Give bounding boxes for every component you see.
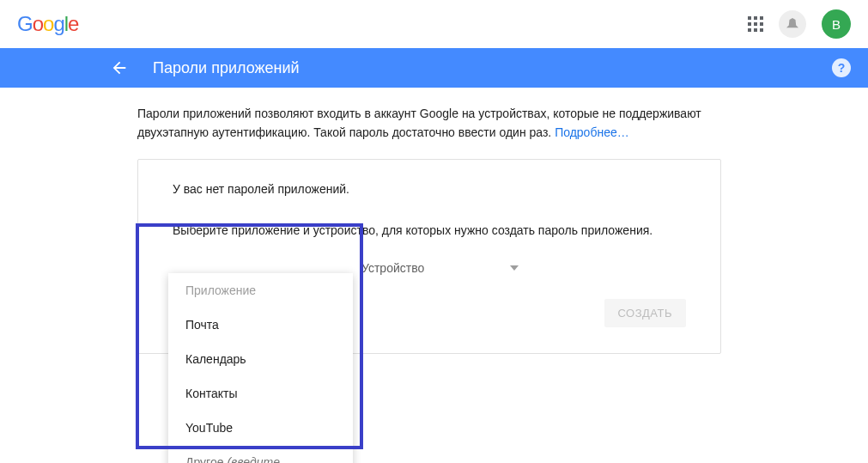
instruction-text: Выберите приложение и устройство, для ко… <box>173 223 686 237</box>
dropdown-option-mail[interactable]: Почта <box>168 308 353 342</box>
dropdown-other-prefix: Другое <box>185 455 227 463</box>
notifications-icon[interactable] <box>779 10 806 38</box>
apps-icon[interactable] <box>748 16 763 32</box>
dropdown-option-calendar[interactable]: Календарь <box>168 342 353 376</box>
page-title: Пароли приложений <box>153 59 300 77</box>
create-button[interactable]: СОЗДАТЬ <box>604 299 687 327</box>
content-area: Пароли приложений позволяют входить в ак… <box>0 88 868 354</box>
dropdown-option-youtube[interactable]: YouTube <box>168 411 353 445</box>
device-select-label: Устройство <box>361 261 424 275</box>
device-select[interactable]: Устройство <box>361 261 519 275</box>
bell-icon <box>786 18 798 30</box>
dropdown-header: Приложение <box>168 273 353 308</box>
chevron-down-icon <box>510 265 519 271</box>
description-text: Пароли приложений позволяют входить в ак… <box>137 105 721 142</box>
top-right-controls: В <box>748 9 851 39</box>
avatar[interactable]: В <box>822 9 851 39</box>
dropdown-option-contacts[interactable]: Контакты <box>168 376 353 411</box>
dropdown-option-other[interactable]: Другое (введите название) <box>168 445 353 463</box>
page-title-bar: Пароли приложений ? <box>0 48 868 88</box>
google-logo[interactable]: Google <box>17 12 78 36</box>
help-icon[interactable]: ? <box>832 58 851 77</box>
back-arrow-icon[interactable] <box>110 58 129 77</box>
learn-more-link[interactable]: Подробнее… <box>555 125 629 139</box>
top-header: Google В <box>0 0 868 48</box>
app-select-dropdown: Приложение Почта Календарь Контакты YouT… <box>168 273 353 463</box>
no-passwords-text: У вас нет паролей приложений. <box>173 182 686 196</box>
